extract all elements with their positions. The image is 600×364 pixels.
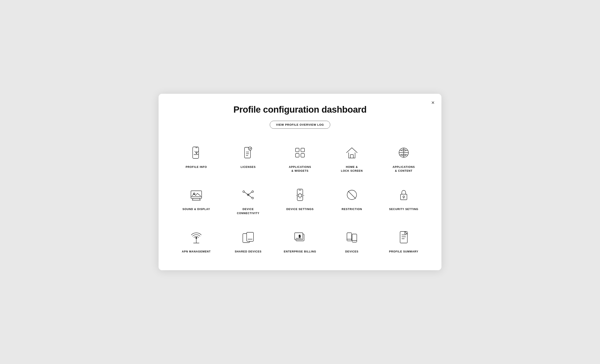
svg-point-22 <box>252 191 253 192</box>
grid-item-shared-devices[interactable]: SHARED DEVICES <box>223 224 273 258</box>
close-button[interactable]: × <box>431 100 435 105</box>
grid-item-restriction[interactable]: RESTRICTION <box>327 181 377 219</box>
grid-item-devices[interactable]: DEVICES <box>327 224 377 258</box>
view-profile-log-button[interactable]: VIEW PROFILE OVERVIEW LOG <box>270 121 330 129</box>
svg-point-28 <box>298 194 302 197</box>
grid-item-applications-content[interactable]: APPLICATIONS & CONTENT <box>379 139 429 177</box>
device-connectivity-icon <box>240 186 257 203</box>
applications-widgets-icon <box>291 144 309 161</box>
items-grid: PROFILE INFO LICENSES <box>171 139 429 258</box>
svg-point-23 <box>252 197 253 199</box>
svg-rect-27 <box>297 189 303 201</box>
svg-line-26 <box>248 195 252 198</box>
grid-item-licenses[interactable]: LICENSES <box>223 139 273 177</box>
apn-management-label: APN MANAGEMENT <box>182 250 211 254</box>
apn-management-icon <box>188 229 205 246</box>
shared-devices-icon <box>240 229 257 246</box>
applications-content-label: APPLICATIONS & CONTENT <box>393 165 415 173</box>
grid-item-enterprise-billing[interactable]: $ ENTERPRISE BILLING <box>275 224 325 258</box>
svg-point-37 <box>196 237 197 238</box>
grid-item-home-lock-screen[interactable]: HOME & LOCK SCREEN <box>327 139 377 177</box>
svg-rect-9 <box>296 148 299 152</box>
grid-item-device-connectivity[interactable]: DEVICE CONNECTIVITY <box>223 181 273 219</box>
grid-item-security-setting[interactable]: SECURITY SETTING <box>379 181 429 219</box>
security-setting-icon <box>395 186 412 203</box>
svg-rect-13 <box>350 155 353 158</box>
svg-rect-32 <box>401 194 407 200</box>
svg-line-31 <box>348 191 356 199</box>
restriction-icon <box>343 186 360 203</box>
svg-rect-47 <box>352 234 357 242</box>
sound-display-label: SOUND & DISPLAY <box>182 207 210 211</box>
applications-widgets-label: APPLICATIONS & WIDGETS <box>289 165 311 173</box>
page-title: Profile configuration dashboard <box>171 104 429 115</box>
svg-line-25 <box>248 192 252 195</box>
enterprise-billing-label: ENTERPRISE BILLING <box>284 250 316 254</box>
restriction-label: RESTRICTION <box>342 207 362 211</box>
svg-point-21 <box>243 191 244 192</box>
enterprise-billing-icon: $ <box>291 229 309 246</box>
devices-label: DEVICES <box>345 250 358 254</box>
profile-info-icon <box>188 144 205 161</box>
svg-text:$: $ <box>299 235 301 238</box>
licenses-label: LICENSES <box>241 165 256 169</box>
device-connectivity-label: DEVICE CONNECTIVITY <box>237 207 259 215</box>
sound-display-icon <box>188 186 205 203</box>
home-lock-screen-icon <box>343 144 360 161</box>
profile-summary-icon <box>395 229 412 246</box>
home-lock-screen-label: HOME & LOCK SCREEN <box>341 165 363 173</box>
svg-line-24 <box>244 192 248 195</box>
grid-item-profile-summary[interactable]: PROFILE SUMMARY <box>379 224 429 258</box>
device-settings-icon <box>291 186 309 203</box>
grid-item-sound-display[interactable]: SOUND & DISPLAY <box>171 181 221 219</box>
licenses-icon <box>240 144 257 161</box>
grid-item-apn-management[interactable]: APN MANAGEMENT <box>171 224 221 258</box>
profile-config-modal: × Profile configuration dashboard VIEW P… <box>159 94 441 270</box>
security-setting-label: SECURITY SETTING <box>389 207 419 211</box>
applications-content-icon <box>395 144 412 161</box>
devices-icon <box>343 229 360 246</box>
profile-summary-label: PROFILE SUMMARY <box>389 250 419 254</box>
svg-rect-11 <box>296 154 299 157</box>
svg-rect-46 <box>347 233 352 241</box>
svg-rect-12 <box>301 154 304 157</box>
profile-info-label: PROFILE INFO <box>186 165 207 169</box>
svg-rect-10 <box>301 148 304 152</box>
svg-point-5 <box>248 147 252 150</box>
grid-item-device-settings[interactable]: DEVICE SETTINGS <box>275 181 325 219</box>
grid-item-applications-widgets[interactable]: APPLICATIONS & WIDGETS <box>275 139 325 177</box>
grid-item-profile-info[interactable]: PROFILE INFO <box>171 139 221 177</box>
shared-devices-label: SHARED DEVICES <box>235 250 262 254</box>
device-settings-label: DEVICE SETTINGS <box>286 207 314 211</box>
svg-rect-39 <box>247 232 253 241</box>
